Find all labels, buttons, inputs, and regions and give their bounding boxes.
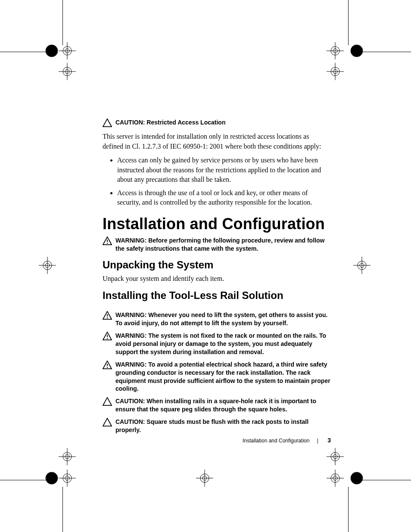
footer-title: Installation and Configuration bbox=[243, 438, 309, 444]
warning-safety-instructions: WARNING: Before performing the following… bbox=[103, 236, 331, 253]
warning-icon bbox=[103, 236, 112, 245]
svg-point-11 bbox=[107, 338, 108, 339]
warning-icon bbox=[103, 361, 112, 369]
page-footer: Installation and Configuration | 3 bbox=[103, 437, 331, 444]
svg-point-7 bbox=[107, 243, 108, 244]
crop-mark-icon bbox=[59, 63, 84, 89]
intro-paragraph: This server is intended for installation… bbox=[103, 131, 331, 151]
unpack-text: Unpack your system and identify each ite… bbox=[103, 274, 331, 283]
crop-mark-icon bbox=[327, 448, 352, 474]
caution-restricted-access: CAUTION: Restricted Access Location bbox=[103, 118, 331, 127]
section-heading: Installation and Configuration bbox=[103, 215, 331, 233]
list-item: Access is through the use of a tool or l… bbox=[117, 188, 331, 208]
footer-separator: | bbox=[317, 438, 318, 444]
svg-point-13 bbox=[107, 367, 108, 367]
subsection-heading: Unpacking the System bbox=[103, 259, 331, 271]
caution-icon bbox=[103, 118, 112, 127]
conditions-list: Access can only be gained by service per… bbox=[103, 156, 331, 207]
crop-mark-icon bbox=[353, 257, 379, 283]
crop-mark-icon bbox=[196, 470, 222, 495]
caution-text: Square studs must be flush with the rack… bbox=[115, 418, 308, 433]
warning-support-system: WARNING: The system is not fixed to the … bbox=[103, 332, 331, 356]
caution-square-studs: CAUTION: Square studs must be flush with… bbox=[103, 418, 331, 434]
warning-icon bbox=[103, 332, 112, 340]
warning-icon bbox=[103, 311, 112, 320]
caution-label: CAUTION: bbox=[115, 418, 145, 425]
crop-mark-icon bbox=[39, 257, 65, 283]
warning-label: WARNING: bbox=[115, 237, 148, 244]
crop-mark-icon bbox=[59, 448, 84, 474]
caution-label: CAUTION: bbox=[115, 398, 145, 404]
page-number: 3 bbox=[327, 437, 331, 444]
caution-icon bbox=[103, 418, 112, 426]
warning-lift-assist: WARNING: Whenever you need to lift the s… bbox=[103, 311, 331, 327]
subsection-heading: Installing the Tool-Less Rail Solution bbox=[103, 289, 331, 302]
caution-icon bbox=[103, 397, 112, 406]
caution-square-hole: CAUTION: When installing rails in a squa… bbox=[103, 397, 331, 414]
svg-point-9 bbox=[107, 317, 108, 318]
warning-label: WARNING: bbox=[115, 311, 148, 318]
warning-label: WARNING: bbox=[115, 332, 148, 339]
caution-text: When installing rails in a square-hole r… bbox=[115, 398, 316, 413]
caution-label: CAUTION: bbox=[115, 119, 145, 126]
crop-mark-icon bbox=[327, 63, 352, 89]
page-content: CAUTION: Restricted Access Location This… bbox=[103, 118, 331, 439]
caution-text: Restricted Access Location bbox=[146, 119, 225, 126]
warning-label: WARNING: bbox=[115, 361, 148, 368]
list-item: Access can only be gained by service per… bbox=[117, 156, 331, 184]
warning-shock-hazard: WARNING: To avoid a potential electrical… bbox=[103, 361, 331, 393]
